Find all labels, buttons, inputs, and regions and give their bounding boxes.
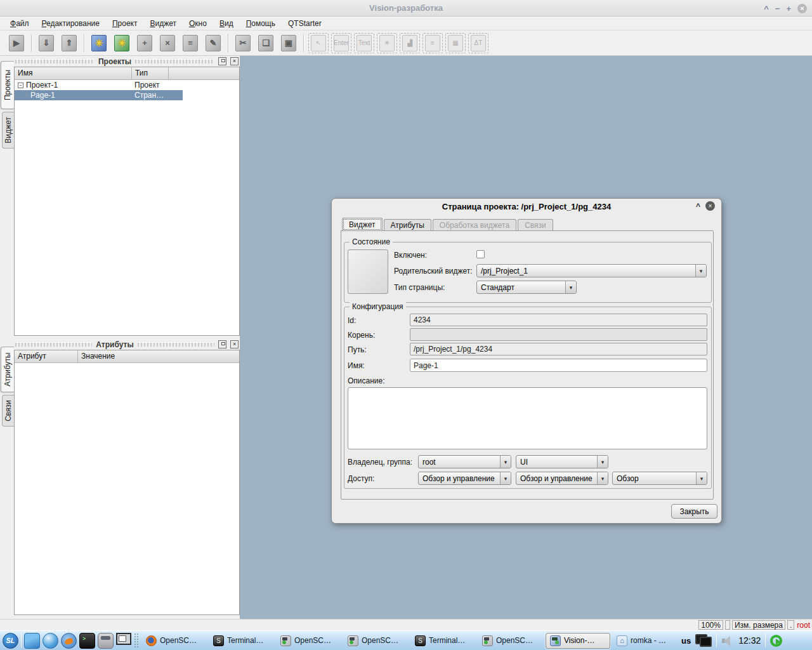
- chevron-down-icon[interactable]: ▾: [500, 472, 511, 484]
- dock-close-icon[interactable]: ×: [230, 57, 239, 65]
- menu-project[interactable]: Проект: [107, 18, 143, 29]
- dialog-close-icon[interactable]: ×: [705, 201, 715, 211]
- column-header-type[interactable]: Тип: [132, 67, 169, 79]
- edit-mode-label: Изм. размера: [732, 620, 785, 630]
- chevron-down-icon[interactable]: ▾: [597, 456, 608, 468]
- tab-links[interactable]: Связи: [2, 395, 14, 427]
- add-visual-item-icon[interactable]: +: [134, 33, 155, 53]
- email-client-icon[interactable]: [61, 633, 77, 649]
- tab-attributes-page[interactable]: Атрибуты: [384, 219, 431, 231]
- name-field[interactable]: Page-1: [410, 359, 707, 372]
- task-vision-active[interactable]: Vision-…: [546, 633, 610, 649]
- projects-dock: Проекты × Имя Тип − Проект-1: [14, 56, 240, 336]
- projects-dock-titlebar[interactable]: Проекты ×: [14, 56, 240, 67]
- tree-expander-icon[interactable]: −: [18, 83, 23, 88]
- visual-item-properties-icon[interactable]: ≡: [180, 33, 200, 53]
- terminal-launcher-icon[interactable]: [79, 633, 95, 649]
- package-tool-icon[interactable]: [98, 633, 114, 649]
- window-collapse-icon[interactable]: ^: [764, 4, 769, 13]
- menu-qtstarter[interactable]: QTStarter: [283, 18, 327, 29]
- web-browser-icon[interactable]: [43, 633, 58, 649]
- task-openscada-3[interactable]: OpenSC…: [478, 633, 543, 649]
- load-from-db-icon[interactable]: ⇓: [36, 33, 56, 53]
- edit-visual-item-icon[interactable]: ✎: [203, 33, 223, 53]
- attributes-dock: Атрибуты × Атрибут Значение: [14, 339, 240, 615]
- chevron-down-icon[interactable]: ▾: [695, 265, 706, 277]
- keyboard-layout-indicator[interactable]: us: [681, 636, 691, 646]
- workspace-pager[interactable]: [116, 633, 131, 645]
- new-widget-library-icon[interactable]: ✳: [112, 33, 132, 53]
- cut-icon[interactable]: ✂: [233, 33, 253, 53]
- id-field: 4234: [410, 314, 707, 326]
- tree-row[interactable]: − Проект-1 Проект: [15, 80, 239, 90]
- attributes-dock-titlebar[interactable]: Атрибуты ×: [14, 339, 240, 350]
- page-preview-button[interactable]: [348, 249, 388, 294]
- toolbar-separator: [303, 34, 304, 52]
- window-minimize-icon[interactable]: −: [775, 4, 780, 13]
- copy-icon[interactable]: ❏: [256, 33, 276, 53]
- chevron-down-icon[interactable]: ▾: [597, 472, 608, 484]
- description-field[interactable]: [348, 387, 707, 449]
- dock-float-icon[interactable]: [218, 57, 226, 65]
- terminal-icon: S: [213, 635, 224, 646]
- dialog-collapse-icon[interactable]: ^: [696, 202, 700, 211]
- save-to-db-icon[interactable]: ⇑: [59, 33, 79, 53]
- access-group-combobox[interactable]: Обзор и управление ▾: [516, 472, 608, 485]
- task-openscada-2[interactable]: OpenSC…: [344, 633, 409, 649]
- tab-projects[interactable]: Проекты: [1, 61, 14, 109]
- dialog-titlebar: Страница проекта: /prj_Project_1/pg_4234…: [332, 199, 721, 214]
- close-button[interactable]: Закрыть: [671, 504, 717, 519]
- tab-widget-page[interactable]: Виджет: [342, 218, 383, 231]
- cursor-tool-icon: ↖: [308, 33, 329, 53]
- page-type-combobox[interactable]: Стандарт ▾: [476, 281, 577, 294]
- menu-help[interactable]: Помощь: [241, 18, 280, 29]
- task-openscada-firefox[interactable]: OpenSC…: [142, 633, 207, 649]
- chevron-down-icon[interactable]: ▾: [696, 472, 707, 484]
- tab-widget[interactable]: Виджет: [2, 112, 14, 149]
- menu-view[interactable]: Вид: [214, 18, 239, 29]
- group-combobox[interactable]: UI ▾: [516, 455, 608, 468]
- menu-edit[interactable]: Редактирование: [37, 18, 105, 29]
- tab-attributes[interactable]: Атрибуты: [1, 347, 14, 392]
- task-terminal-2[interactable]: S Terminal…: [411, 633, 476, 649]
- enabled-checkbox[interactable]: [476, 250, 485, 258]
- parent-widget-combobox[interactable]: /prj_Project_1 ▾: [476, 264, 707, 277]
- access-owner-combobox[interactable]: Обзор и управление ▾: [418, 472, 511, 485]
- column-header-name[interactable]: Имя: [15, 67, 132, 79]
- tree-item-name: Page-1: [30, 91, 55, 100]
- task-openscada-1[interactable]: OpenSC…: [277, 633, 341, 649]
- dock-texture: [15, 59, 95, 63]
- taskbar-drag-handle[interactable]: [134, 633, 140, 648]
- new-project-icon[interactable]: ✳: [89, 33, 109, 53]
- window-maximize-icon[interactable]: +: [786, 4, 791, 13]
- show-desktop-icon[interactable]: [24, 633, 40, 649]
- chevron-down-icon[interactable]: ▾: [565, 281, 576, 293]
- desktop: Vision-разработка ^ − + × Файл Редактиро…: [0, 0, 812, 650]
- system-tray: us 12:32: [681, 633, 782, 647]
- column-header-attribute[interactable]: Атрибут: [15, 350, 78, 362]
- task-file-manager[interactable]: ⌂ romka - …: [613, 633, 678, 649]
- task-terminal-1[interactable]: S Terminal…: [209, 633, 274, 649]
- volume-icon[interactable]: [721, 635, 734, 646]
- display-settings-icon[interactable]: [695, 633, 712, 647]
- access-other-combobox[interactable]: Обзор ▾: [612, 472, 707, 485]
- dock-float-icon[interactable]: [218, 340, 226, 348]
- page-properties-dialog: Страница проекта: /prj_Project_1/pg_4234…: [331, 198, 722, 524]
- run-project-icon[interactable]: ▶: [6, 33, 27, 53]
- logout-icon[interactable]: [770, 635, 782, 647]
- menu-window[interactable]: Окно: [184, 18, 212, 29]
- window-close-icon[interactable]: ×: [797, 4, 807, 13]
- column-header-value[interactable]: Значение: [78, 350, 239, 362]
- owner-combobox[interactable]: root ▾: [418, 455, 511, 468]
- dock-close-icon[interactable]: ×: [230, 340, 239, 348]
- start-menu-button[interactable]: SL: [3, 633, 18, 649]
- paste-icon[interactable]: ▣: [278, 33, 299, 53]
- delete-visual-item-icon[interactable]: ×: [157, 33, 178, 53]
- clock[interactable]: 12:32: [738, 635, 761, 646]
- openscada-icon: [280, 635, 291, 646]
- dialog-title: Страница проекта: /prj_Project_1/pg_4234: [442, 202, 611, 211]
- menu-widget[interactable]: Виджет: [145, 18, 181, 29]
- chevron-down-icon[interactable]: ▾: [500, 456, 511, 468]
- menu-file[interactable]: Файл: [5, 18, 34, 29]
- tree-row-selected[interactable]: └ Page-1 Стран…: [15, 90, 183, 100]
